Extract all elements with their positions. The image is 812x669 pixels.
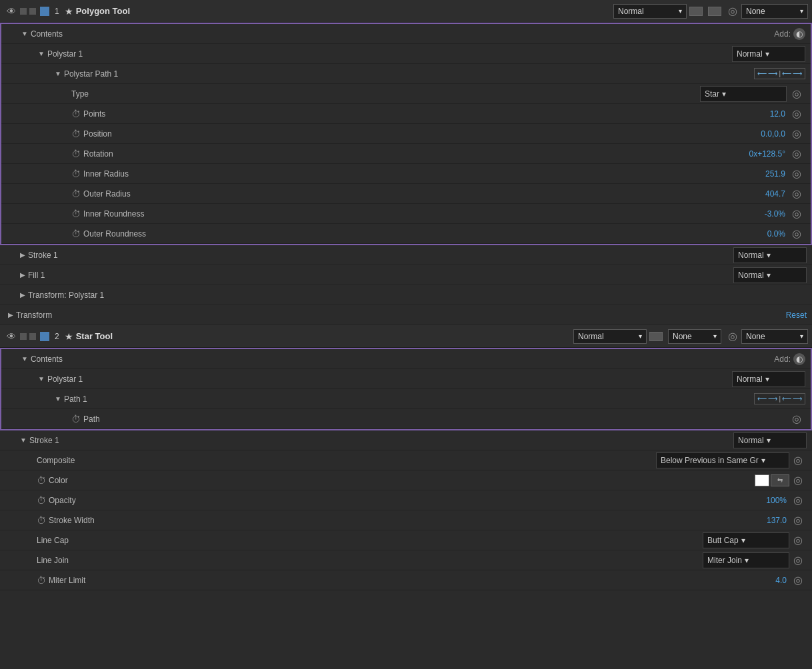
- outer-roundness-label: Outer Roundness: [83, 229, 767, 239]
- layer2-spiral-icon: ◎: [728, 330, 737, 342]
- outer-radius-value[interactable]: 404.7: [765, 189, 785, 199]
- contents-row: Contents Add: ◐: [1, 24, 811, 44]
- fill1-blend[interactable]: Normal ▾: [733, 267, 807, 283]
- stroke1-toggle[interactable]: [20, 251, 25, 259]
- layer-panel: 👁 1 ★ Polygon Tool Normal ▾ ◎ None ▾ Con…: [0, 0, 812, 590]
- polystar1-row: Polystar 1 Normal ▾: [1, 44, 811, 64]
- position-row: ⏱ Position 0.0,0.0 ◎: [1, 124, 811, 144]
- line-cap-dropdown[interactable]: Butt Cap ▾: [703, 532, 789, 548]
- polystar1-toggle2[interactable]: [38, 375, 45, 382]
- path-icon-box[interactable]: ⟵ ⟶ | ⟵ ⟶: [754, 68, 805, 79]
- polystar1-row2: Polystar 1 Normal ▾: [1, 369, 811, 389]
- points-keyframe-icon: ⏱: [71, 109, 81, 119]
- inner-roundness-value[interactable]: -3.0%: [765, 209, 785, 219]
- polystar1-toggle[interactable]: [38, 50, 45, 57]
- opacity-keyframe-icon: ⏱: [37, 495, 46, 506]
- type-label: Type: [71, 89, 700, 99]
- transform-toggle[interactable]: [8, 311, 13, 319]
- stroke1-layer2-toggle[interactable]: [20, 436, 27, 444]
- position-value[interactable]: 0.0,0.0: [761, 129, 785, 139]
- fill1-label: Fill 1: [28, 271, 733, 280]
- layer1-header-row: 👁 1 ★ Polygon Tool Normal ▾ ◎ None ▾: [0, 0, 812, 23]
- layer2-color-swatch: [40, 332, 49, 341]
- inner-radius-value[interactable]: 251.9: [765, 169, 785, 179]
- path-label: Path: [83, 414, 788, 424]
- inner-roundness-spiral: ◎: [792, 207, 801, 220]
- type-dropdown[interactable]: Star ▾: [700, 86, 787, 102]
- stroke1-layer2-blend[interactable]: Normal ▾: [733, 432, 807, 448]
- polystar1-label2: Polystar 1: [47, 374, 732, 384]
- path1-toggle[interactable]: [55, 395, 61, 402]
- polystar1-blend[interactable]: Normal ▾: [732, 46, 805, 62]
- layer1-name[interactable]: Polygon Tool: [76, 6, 613, 16]
- layer2-lock-box[interactable]: [29, 333, 36, 340]
- color-link-icon[interactable]: ⇆: [771, 474, 789, 486]
- layer1-star-icon: ★: [65, 6, 73, 17]
- layer1-lock-box[interactable]: [29, 8, 36, 15]
- stroke-width-value[interactable]: 137.0: [767, 516, 787, 525]
- layer1-checkbox1[interactable]: [689, 7, 703, 16]
- inner-radius-row: ⏱ Inner Radius 251.9 ◎: [1, 164, 811, 184]
- strokewidth-keyframe-icon: ⏱: [37, 515, 46, 526]
- rotation-value[interactable]: 0x+128.5°: [749, 149, 785, 159]
- line-join-dropdown[interactable]: Miter Join ▾: [703, 552, 789, 568]
- rotation-row: ⏱ Rotation 0x+128.5° ◎: [1, 144, 811, 164]
- layer2-solo-box[interactable]: [20, 333, 27, 340]
- reset-label[interactable]: Reset: [786, 311, 807, 320]
- layer1-none-dropdown[interactable]: None ▾: [741, 4, 808, 19]
- stroke1-blend[interactable]: Normal ▾: [733, 247, 807, 263]
- transform-label: Transform: [16, 311, 786, 320]
- contents2-label: Contents: [31, 354, 774, 364]
- outer-radius-label: Outer Radius: [83, 189, 765, 199]
- fill1-toggle[interactable]: [20, 271, 25, 279]
- outer-radius-spiral: ◎: [792, 187, 801, 200]
- layer2-blend-mode[interactable]: Normal ▾: [573, 329, 647, 344]
- layer2-none-dropdown2[interactable]: None ▾: [741, 329, 808, 344]
- path1-icon-box[interactable]: ⟵ ⟶ | ⟵ ⟶: [754, 393, 805, 404]
- add2-button[interactable]: ◐: [793, 353, 805, 365]
- composite-dropdown[interactable]: Below Previous in Same Gr ▾: [656, 452, 789, 468]
- contents2-row: Contents Add: ◐: [1, 349, 811, 369]
- layer1-checkbox2[interactable]: [708, 7, 721, 16]
- line-cap-row: Line Cap Butt Cap ▾ ◎: [0, 530, 812, 550]
- rotation-label: Rotation: [83, 149, 749, 159]
- line-join-row: Line Join Miter Join ▾ ◎: [0, 550, 812, 570]
- layer1-spiral-icon: ◎: [728, 5, 737, 17]
- polystar-path1-row: Polystar Path 1 ⟵ ⟶ | ⟵ ⟶: [1, 64, 811, 84]
- layer2-checkbox1[interactable]: [649, 332, 663, 341]
- points-label: Points: [83, 109, 770, 119]
- layer2-header-row: 👁 2 ★ Star Tool Normal ▾ None ▾ ◎ None ▾: [0, 325, 812, 348]
- polystarpath-toggle[interactable]: [55, 70, 61, 77]
- miterlimit-keyframe-icon: ⏱: [37, 575, 46, 586]
- position-spiral: ◎: [792, 127, 801, 140]
- composite-label: Composite: [37, 456, 656, 465]
- inner-roundness-row: ⏱ Inner Roundness -3.0% ◎: [1, 204, 811, 224]
- blend-dropdown-arrow: ▾: [679, 7, 682, 15]
- path1-row: Path 1 ⟵ ⟶ | ⟵ ⟶: [1, 389, 811, 409]
- line-join-spiral: ◎: [793, 554, 803, 566]
- add-button[interactable]: ◐: [793, 28, 805, 40]
- layer1-visibility-icon[interactable]: 👁: [4, 4, 19, 19]
- inner-radius-label: Inner Radius: [83, 169, 765, 179]
- contents-toggle[interactable]: [21, 30, 28, 37]
- layer2-none-dropdown1[interactable]: None ▾: [668, 329, 721, 344]
- miter-limit-value[interactable]: 4.0: [775, 576, 787, 585]
- stroke1-layer2-row: Stroke 1 Normal ▾: [0, 430, 812, 450]
- composite-spiral: ◎: [793, 454, 803, 466]
- color-swatch-white[interactable]: [755, 474, 769, 486]
- points-value[interactable]: 12.0: [770, 109, 785, 119]
- opacity-value[interactable]: 100%: [766, 496, 787, 505]
- opacity-spiral: ◎: [793, 494, 803, 506]
- transform-polystar1-toggle[interactable]: [20, 291, 25, 299]
- layer1-solo-box[interactable]: [20, 8, 27, 15]
- layer1-blend-mode[interactable]: Normal ▾: [613, 4, 687, 19]
- stroke-width-label: Stroke Width: [49, 516, 767, 525]
- points-row: ⏱ Points 12.0 ◎: [1, 104, 811, 124]
- outer-roundness-value[interactable]: 0.0%: [767, 229, 785, 239]
- polystar1-blend2[interactable]: Normal ▾: [732, 371, 805, 387]
- type-spiral: ◎: [792, 87, 801, 100]
- contents2-toggle[interactable]: [21, 355, 28, 362]
- layer1-color-swatch: [40, 7, 49, 16]
- layer2-visibility-icon[interactable]: 👁: [4, 329, 19, 344]
- layer2-name[interactable]: Star Tool: [76, 331, 573, 341]
